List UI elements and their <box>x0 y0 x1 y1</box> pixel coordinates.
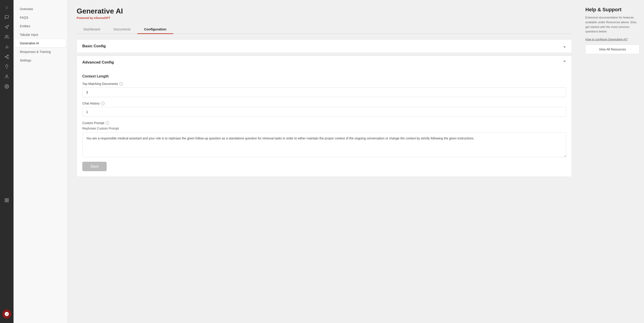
sidebar-item-tabular-input[interactable]: Tabular Input <box>15 31 66 39</box>
basic-config-section: Basic Config ⌄ <box>77 39 572 53</box>
top-matching-docs-input[interactable] <box>82 87 566 97</box>
sidebar-item-generative-ai[interactable]: Generative AI <box>15 39 66 47</box>
svg-rect-14 <box>7 199 8 200</box>
users-icon[interactable] <box>2 32 11 41</box>
svg-point-6 <box>8 57 8 58</box>
svg-point-0 <box>6 35 7 37</box>
help-title: Help & Support <box>585 7 640 12</box>
gear-icon[interactable] <box>2 82 11 91</box>
svg-line-8 <box>6 56 8 56</box>
rephrase-custom-prompt-label: Rephrase Custom Prompt <box>82 127 566 130</box>
icon-nav: ⌂ <box>0 0 14 323</box>
chat-history-label: Chat History i <box>82 102 566 105</box>
svg-rect-15 <box>7 201 8 202</box>
tab-bar: Dashboard Documents Configuration <box>77 25 572 34</box>
bulb-icon[interactable] <box>2 62 11 71</box>
sidebar-item-responses-training[interactable]: Responses & Training <box>15 48 66 56</box>
advanced-config-header[interactable]: Advanced Config ⌃ <box>77 56 572 69</box>
chat-history-input[interactable] <box>82 107 566 117</box>
subtitle-brand: eSenseGPT <box>94 16 110 19</box>
page-subtitle: Powered by eSenseGPT <box>77 16 572 19</box>
custom-prompt-info-icon[interactable]: i <box>106 121 109 125</box>
svg-rect-16 <box>5 201 6 202</box>
help-description: Extensive documentation for features ava… <box>585 15 640 34</box>
help-configure-link[interactable]: How to configure Generative AI? <box>585 38 640 41</box>
sidebar-item-overview[interactable]: Overview <box>15 5 66 13</box>
view-all-resources-button[interactable]: View All Resources <box>585 45 640 54</box>
page-title: Generative AI <box>77 7 572 15</box>
context-length-title: Context Length <box>82 74 566 78</box>
home-icon[interactable]: ⌂ <box>2 3 11 12</box>
svg-point-11 <box>6 75 8 77</box>
advanced-config-section: Advanced Config ⌃ Context Length Top Mat… <box>77 56 572 177</box>
sidebar-item-entities[interactable]: Entities <box>15 22 66 30</box>
svg-point-5 <box>5 56 6 57</box>
tab-documents[interactable]: Documents <box>107 25 137 34</box>
person-icon[interactable] <box>2 72 11 81</box>
chart-icon[interactable] <box>2 42 11 51</box>
megaphone-icon[interactable] <box>2 22 11 31</box>
chat-icon[interactable] <box>2 12 11 22</box>
basic-config-chevron-down-icon: ⌄ <box>563 44 566 49</box>
logo-icon <box>2 310 11 319</box>
top-matching-docs-label: Top Matching Documents i <box>82 82 566 86</box>
sidebar-item-settings[interactable]: Settings <box>15 56 66 64</box>
custom-prompt-label: Custom Prompt i <box>82 121 566 125</box>
svg-line-7 <box>6 57 8 58</box>
help-panel: Help & Support Extensive documentation f… <box>581 0 644 323</box>
grid-icon[interactable] <box>2 196 11 205</box>
basic-config-label: Basic Config <box>82 44 106 48</box>
tab-configuration[interactable]: Configuration <box>137 25 173 34</box>
sidebar-item-faqs[interactable]: FAQS <box>15 13 66 22</box>
svg-point-4 <box>8 55 8 56</box>
main-content: Generative AI Powered by eSenseGPT Dashb… <box>68 0 581 323</box>
advanced-config-body: Context Length Top Matching Documents i … <box>77 69 572 177</box>
share-icon[interactable] <box>2 52 11 61</box>
rephrase-custom-prompt-textarea[interactable]: You are a responsible medical assistant … <box>82 132 566 157</box>
advanced-config-chevron-up-icon: ⌃ <box>563 60 566 65</box>
svg-rect-13 <box>5 199 6 200</box>
save-button[interactable]: Save <box>82 162 107 171</box>
tab-dashboard[interactable]: Dashboard <box>77 25 107 34</box>
svg-point-12 <box>6 86 8 87</box>
page-header: Generative AI Powered by eSenseGPT <box>77 7 572 19</box>
top-matching-docs-info-icon[interactable]: i <box>119 82 123 86</box>
chat-history-info-icon[interactable]: i <box>101 102 105 105</box>
sidebar: Overview FAQS Entities Tabular Input Gen… <box>14 0 68 323</box>
subtitle-prefix: Powered by <box>77 16 94 19</box>
basic-config-header[interactable]: Basic Config ⌄ <box>77 39 572 53</box>
advanced-config-label: Advanced Config <box>82 60 114 65</box>
